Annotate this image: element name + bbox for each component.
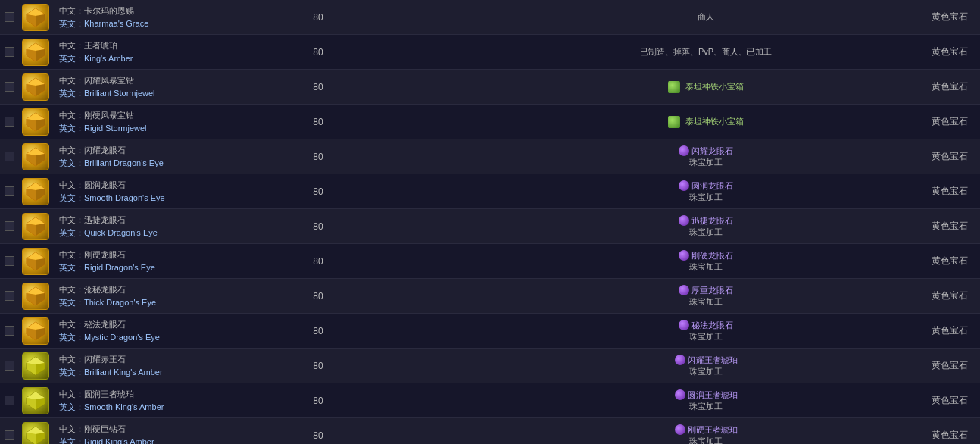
gem-icon [22, 213, 49, 240]
svg-marker-43 [27, 363, 36, 375]
table-row: 中文：刚硬风暴宝钻英文：Rigid Stormjewel80泰坦神铁小宝箱黄色宝… [0, 105, 980, 139]
gem-source-col: 秘法龙眼石珠宝加工 [492, 317, 919, 346]
gem-name-cn: 中文：王者琥珀 [59, 40, 289, 52]
row-checkbox[interactable] [5, 256, 14, 266]
row-checkbox[interactable] [5, 291, 14, 301]
source-craft: 迅捷龙眼石珠宝加工 [679, 215, 733, 238]
row-checkbox[interactable] [5, 117, 14, 127]
row-checkbox-col [0, 79, 18, 95]
gem-source-col: 刚硬王者琥珀珠宝加工 [492, 421, 919, 445]
craft-name-row: 闪耀龙眼石 [679, 145, 733, 157]
gem-source-col: 泰坦神铁小宝箱 [492, 113, 919, 131]
craft-name-row: 刚硬龙眼石 [679, 250, 733, 261]
row-checkbox-col [0, 183, 18, 199]
craft-name: 厚重龙眼石 [691, 286, 733, 295]
craft-name-row: 闪耀王者琥珀 [675, 355, 738, 366]
gem-name-en[interactable]: 英文：Thick Dragon's Eye [59, 297, 289, 308]
gem-icon [22, 422, 49, 445]
craft-icon [679, 145, 689, 156]
row-checkbox[interactable] [5, 396, 14, 405]
gem-name-en[interactable]: 英文：Mystic Dragon's Eye [59, 332, 289, 343]
svg-marker-47 [27, 398, 36, 410]
row-checkbox[interactable] [5, 47, 14, 57]
gem-category: 黄色宝石 [919, 356, 980, 375]
gem-category: 黄色宝石 [919, 426, 980, 444]
gem-names-col: 中文：迅捷龙眼石英文：Quick Dragon's Eye [53, 211, 295, 242]
table-row: 中文：闪耀风暴宝钻英文：Brilliant Stormjewel80泰坦神铁小宝… [0, 70, 980, 105]
gem-level: 80 [295, 256, 341, 267]
gem-source-col: 厚重龙眼石珠宝加工 [492, 282, 919, 311]
svg-marker-14 [36, 119, 45, 131]
gem-name-cn: 中文：圆润王者琥珀 [59, 389, 289, 400]
gem-name-en[interactable]: 英文：Rigid King's Amber [59, 436, 289, 445]
svg-marker-15 [27, 119, 36, 131]
row-checkbox[interactable] [5, 82, 14, 92]
svg-marker-46 [36, 398, 45, 410]
craft-icon [679, 285, 689, 295]
craft-sub: 珠宝加工 [689, 157, 723, 168]
gem-category: 黄色宝石 [919, 112, 980, 131]
gem-icon [22, 108, 49, 136]
gem-source-col: 商人 [492, 8, 919, 26]
row-checkbox[interactable] [5, 12, 14, 22]
gem-name-en[interactable]: 英文：Smooth Dragon's Eye [59, 192, 289, 204]
gem-icon-col [18, 177, 53, 207]
row-checkbox-col [0, 114, 18, 130]
row-checkbox[interactable] [5, 186, 14, 196]
gem-names-col: 中文：刚硬龙眼石英文：Rigid Dragon's Eye [53, 246, 295, 277]
craft-name: 闪耀王者琥珀 [688, 355, 738, 364]
gem-name-cn: 中文：刚硬巨钻石 [59, 424, 289, 435]
gem-source-col: 泰坦神铁小宝箱 [492, 78, 919, 96]
svg-marker-23 [27, 189, 36, 201]
gem-name-en[interactable]: 英文：Brilliant Stormjewel [59, 88, 289, 99]
svg-marker-30 [36, 258, 45, 270]
svg-marker-19 [27, 154, 36, 166]
gem-icon [22, 387, 49, 414]
gem-icon-col [18, 246, 53, 277]
source-multi-text: 已制造、掉落、PvP、商人、已加工 [640, 46, 772, 58]
gem-name-en[interactable]: 英文：Kharmaa's Grace [59, 18, 289, 30]
craft-sub: 珠宝加工 [689, 227, 723, 238]
row-checkbox[interactable] [5, 430, 14, 440]
gem-name-cn: 中文：圆润龙眼石 [59, 180, 289, 191]
source-craft: 闪耀王者琥珀珠宝加工 [675, 355, 738, 377]
svg-marker-51 [27, 433, 36, 445]
gem-level: 80 [295, 152, 341, 162]
row-checkbox-col [0, 392, 18, 408]
craft-name: 迅捷龙眼石 [691, 216, 733, 225]
gem-level: 80 [295, 221, 341, 232]
box-text: 泰坦神铁小宝箱 [685, 116, 744, 127]
craft-icon [675, 389, 685, 400]
table-row: 中文：刚硬龙眼石英文：Rigid Dragon's Eye80刚硬龙眼石珠宝加工… [0, 244, 980, 279]
svg-marker-50 [36, 433, 45, 445]
gem-name-en[interactable]: 英文：Smooth King's Amber [59, 402, 289, 413]
row-checkbox[interactable] [5, 326, 14, 336]
gem-category: 黄色宝石 [919, 42, 980, 61]
gem-name-en[interactable]: 英文：Quick Dragon's Eye [59, 227, 289, 239]
gem-level: 80 [295, 12, 341, 23]
row-checkbox[interactable] [5, 221, 14, 231]
craft-icon [675, 424, 685, 435]
gem-name-en[interactable]: 英文：Rigid Stormjewel [59, 123, 289, 134]
box-icon [668, 116, 680, 128]
row-checkbox-col [0, 323, 18, 339]
gem-name-en[interactable]: 英文：King's Amber [59, 53, 289, 64]
gem-icon-col [18, 37, 53, 67]
gem-category: 黄色宝石 [919, 391, 980, 410]
source-text: 商人 [698, 11, 714, 23]
row-checkbox[interactable] [5, 361, 14, 371]
gem-level: 80 [295, 361, 341, 371]
gem-icon-col [18, 211, 53, 242]
row-checkbox[interactable] [5, 152, 14, 161]
svg-marker-3 [27, 14, 36, 27]
gem-name-en[interactable]: 英文：Rigid Dragon's Eye [59, 262, 289, 274]
gem-source-col: 刚硬龙眼石珠宝加工 [492, 247, 919, 276]
gem-name-en[interactable]: 英文：Brilliant King's Amber [59, 367, 289, 378]
gem-level: 80 [295, 82, 341, 92]
gem-name-en[interactable]: 英文：Brilliant Dragon's Eye [59, 158, 289, 169]
gem-names-col: 中文：闪耀龙眼石英文：Brilliant Dragon's Eye [53, 142, 295, 172]
craft-sub: 珠宝加工 [689, 401, 723, 412]
craft-name-row: 厚重龙眼石 [679, 285, 733, 296]
gem-source-col: 圆润王者琥珀珠宝加工 [492, 386, 919, 415]
gem-category: 黄色宝石 [919, 286, 980, 305]
